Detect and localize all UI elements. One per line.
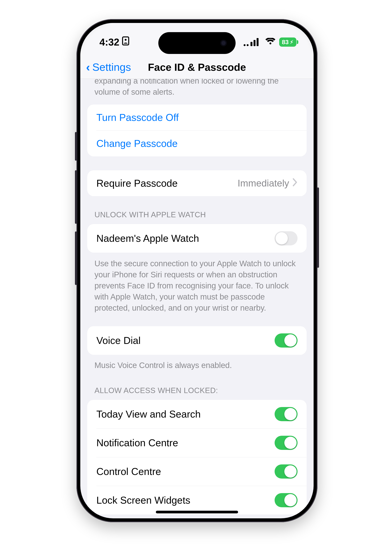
svg-rect-0 [123,37,129,45]
section-header-locked: ALLOW ACCESS WHEN LOCKED: [87,378,307,400]
apple-watch-toggle[interactable] [275,231,298,246]
battery-indicator: 83⚡︎ [279,37,296,47]
back-label: Settings [92,61,131,73]
row-value: Immediately [238,178,289,189]
id-card-icon [122,36,129,48]
svg-point-1 [125,39,126,41]
locked-access-group: Today View and Search Notification Centr… [87,400,307,514]
row-label: Lock Screen Widgets [96,494,190,506]
require-passcode-row[interactable]: Require Passcode Immediately [87,170,307,196]
screen: 4:32 83⚡︎ ‹ Setting [80,23,314,518]
cellular-icon [244,38,262,46]
home-indicator[interactable] [156,511,238,513]
status-time: 4:32 [99,36,119,48]
notification-centre-row[interactable]: Notification Centre [87,429,307,457]
section-header-watch: UNLOCK WITH APPLE WATCH [87,196,307,224]
control-centre-toggle[interactable] [275,464,298,478]
control-centre-row[interactable]: Control Centre [87,457,307,486]
today-view-toggle[interactable] [275,407,298,421]
lock-screen-widgets-toggle[interactable] [275,493,298,507]
scroll-content[interactable]: iPhone will check for attention before d… [80,79,314,518]
voice-dial-row[interactable]: Voice Dial [87,326,307,355]
row-label: Require Passcode [96,177,178,189]
voice-dial-group: Voice Dial [87,326,307,355]
wifi-icon [266,38,275,46]
voice-footer: Music Voice Control is always enabled. [87,355,307,378]
attention-footer: iPhone will check for attention before d… [87,79,307,105]
voice-dial-toggle[interactable] [275,333,298,348]
watch-footer: Use the secure connection to your Apple … [87,253,307,320]
apple-watch-group: Nadeem's Apple Watch [87,224,307,253]
row-label: Notification Centre [96,437,178,449]
lock-screen-widgets-row[interactable]: Lock Screen Widgets [87,486,307,514]
back-button[interactable]: ‹ Settings [86,56,131,79]
battery-level: 83 [282,39,289,46]
volume-down-button [75,232,77,285]
chevron-right-icon [293,178,298,189]
volume-up-button [75,170,77,224]
power-button [317,187,319,268]
row-label: Control Centre [96,466,161,477]
today-view-row[interactable]: Today View and Search [87,400,307,429]
row-label: Nadeem's Apple Watch [96,232,199,244]
dynamic-island [158,32,236,54]
turn-passcode-off-button[interactable]: Turn Passcode Off [87,105,307,130]
apple-watch-row[interactable]: Nadeem's Apple Watch [87,224,307,253]
chevron-left-icon: ‹ [86,60,90,74]
row-label: Voice Dial [96,335,140,346]
change-passcode-button[interactable]: Change Passcode [87,130,307,156]
charging-icon: ⚡︎ [290,39,293,45]
require-passcode-group: Require Passcode Immediately [87,170,307,196]
row-label: Turn Passcode Off [96,112,179,123]
row-label: Change Passcode [96,138,178,149]
device-frame: 4:32 83⚡︎ ‹ Setting [77,19,317,522]
page-title: Face ID & Passcode [148,61,246,73]
passcode-actions-group: Turn Passcode Off Change Passcode [87,105,307,156]
notification-centre-toggle[interactable] [275,436,298,450]
row-label: Today View and Search [96,408,201,420]
nav-bar: ‹ Settings Face ID & Passcode [80,56,314,79]
side-button [75,132,77,161]
